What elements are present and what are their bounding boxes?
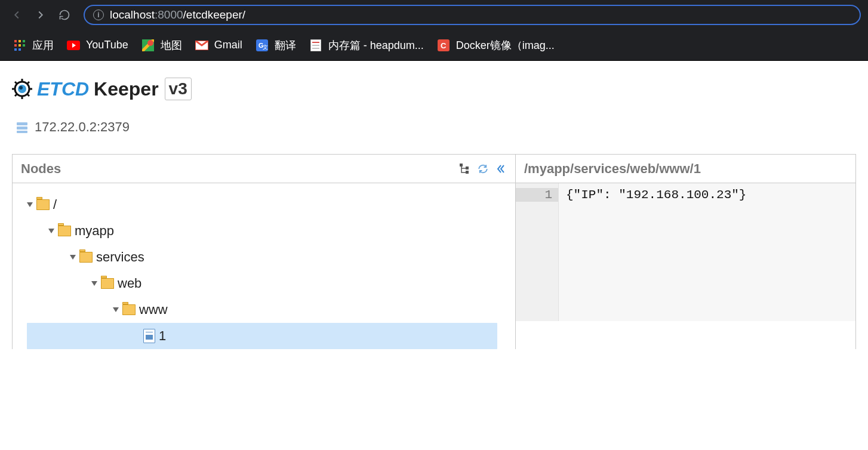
server-address: 172.22.0.2:2379 [35, 119, 130, 135]
svg-line-28 [27, 94, 29, 96]
url-path: /etcdkeeper/ [183, 8, 246, 21]
panels: Nodes / [12, 154, 856, 349]
tree-node[interactable]: services [27, 244, 515, 270]
code-line: {"IP": "192.168.100.23"} [566, 188, 848, 202]
svg-rect-6 [14, 48, 17, 51]
bookmark-item[interactable]: YouTube [67, 39, 128, 52]
svg-line-29 [15, 94, 17, 96]
file-icon [143, 329, 155, 343]
browser-nav: i localhost:8000/etcdkeeper/ [0, 0, 868, 30]
bookmark-item[interactable]: 应用 [13, 38, 54, 53]
tree: / myapp services web [13, 183, 515, 349]
bookmark-label: Gmail [214, 39, 242, 51]
bookmarks-bar: 应用 YouTube 地图 Gmail G文 翻译 内存篇 - heapdum.… [0, 30, 868, 61]
forward-button[interactable] [31, 5, 50, 24]
svg-rect-3 [14, 44, 17, 47]
panel-left-title: Nodes [21, 161, 61, 177]
doc-icon [309, 39, 322, 52]
url-text: localhost:8000/etcdkeeper/ [110, 8, 245, 21]
code-area[interactable]: {"IP": "192.168.100.23"} [559, 183, 855, 321]
svg-rect-35 [17, 131, 27, 133]
tree-node[interactable]: / [27, 192, 515, 218]
url-bar[interactable]: i localhost:8000/etcdkeeper/ [84, 5, 861, 25]
svg-point-10 [147, 40, 153, 46]
collapse-icon[interactable] [495, 163, 507, 175]
bookmark-item[interactable]: C Docker镜像（imag... [437, 38, 555, 53]
svg-rect-0 [14, 40, 17, 42]
server-row: 172.22.0.2:2379 [12, 119, 856, 135]
title-etcd: ETCD [37, 78, 89, 100]
line-number: 1 [516, 188, 558, 202]
bookmark-item[interactable]: G文 翻译 [256, 38, 296, 53]
expand-arrow-icon[interactable] [48, 229, 54, 233]
reload-button[interactable] [55, 5, 74, 24]
translate-icon: G文 [256, 39, 269, 52]
bookmark-label: YouTube [86, 39, 128, 51]
bookmark-label: 内存篇 - heapdum... [328, 38, 424, 53]
expand-arrow-icon[interactable] [27, 202, 33, 207]
svg-point-32 [19, 86, 23, 90]
svg-rect-37 [466, 167, 469, 169]
tree-node[interactable]: myapp [27, 218, 515, 244]
bookmark-label: 应用 [32, 38, 54, 53]
svg-line-27 [15, 82, 17, 84]
svg-rect-38 [466, 171, 469, 174]
svg-rect-5 [23, 44, 25, 47]
svg-rect-36 [460, 164, 463, 167]
svg-rect-4 [19, 44, 21, 47]
bookmark-label: 翻译 [275, 38, 296, 53]
bookmark-item[interactable]: 内存篇 - heapdum... [309, 38, 424, 53]
folder-icon [101, 278, 114, 289]
svg-rect-2 [23, 40, 25, 42]
page: ETCD Keeper v3 172.22.0.2:2379 Nodes [0, 61, 868, 349]
url-port: :8000 [155, 8, 183, 21]
bookmark-item[interactable]: 地图 [141, 38, 182, 53]
tree-label: / [53, 197, 57, 212]
expand-arrow-icon[interactable] [113, 307, 119, 312]
line-gutter: 1 [516, 183, 559, 321]
app-title: ETCD Keeper v3 [12, 78, 856, 100]
tree-label: www [139, 302, 168, 318]
tree-node[interactable]: 1 [27, 323, 497, 349]
folder-icon [36, 199, 50, 210]
bookmark-label: Docker镜像（imag... [456, 38, 555, 53]
folder-icon [79, 252, 93, 263]
info-icon[interactable]: i [93, 10, 104, 20]
svg-text:文: 文 [263, 44, 268, 50]
tree-node[interactable]: www [27, 297, 515, 323]
panel-right: /myapp/services/web/www/1 1 {"IP": "192.… [516, 155, 856, 349]
title-version: v3 [165, 78, 192, 100]
folder-icon [58, 226, 71, 236]
url-host: localhost [110, 8, 155, 21]
bookmark-item[interactable]: Gmail [195, 39, 242, 52]
expand-arrow-icon[interactable] [91, 281, 97, 286]
docker-icon: C [437, 39, 450, 52]
svg-rect-1 [19, 40, 21, 42]
panel-header: /myapp/services/web/www/1 [516, 155, 855, 183]
editor[interactable]: 1 {"IP": "192.168.100.23"} [516, 183, 855, 321]
youtube-icon [67, 39, 80, 52]
panel-left: Nodes / [13, 155, 516, 349]
tree-label: myapp [75, 223, 114, 239]
tree-label: 1 [159, 328, 166, 344]
back-button[interactable] [7, 5, 26, 24]
panel-right-title: /myapp/services/web/www/1 [524, 161, 701, 177]
svg-rect-7 [19, 48, 21, 51]
svg-rect-33 [17, 122, 27, 125]
expand-arrow-icon[interactable] [70, 255, 76, 260]
gmail-icon [195, 39, 208, 52]
tree-node[interactable]: web [27, 270, 515, 297]
bookmark-label: 地图 [161, 38, 182, 53]
apps-icon [13, 39, 26, 52]
refresh-icon[interactable] [477, 163, 489, 175]
maps-icon [141, 39, 155, 52]
title-keeper: Keeper [94, 78, 159, 100]
svg-rect-34 [17, 127, 27, 130]
panel-header: Nodes [13, 155, 515, 183]
gear-eye-icon [12, 79, 32, 99]
tree-structure-icon[interactable] [459, 163, 471, 175]
tree-label: services [96, 249, 144, 265]
server-icon [16, 121, 29, 134]
svg-text:C: C [441, 41, 447, 50]
svg-line-30 [27, 82, 29, 84]
